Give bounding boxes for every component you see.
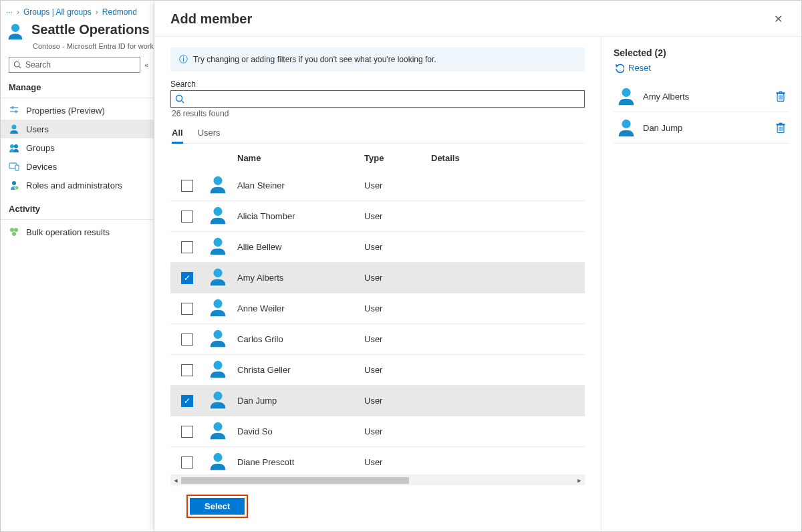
table-row[interactable]: Anne WeilerUser	[170, 293, 585, 324]
table-row[interactable]: David SoUser	[170, 416, 585, 447]
row-type: User	[364, 273, 431, 283]
sidebar-item-devices[interactable]: Devices	[1, 157, 154, 176]
column-name: Name	[237, 153, 364, 163]
breadcrumb-redmond[interactable]: Redmond	[102, 7, 137, 17]
picker-search-field[interactable]	[188, 94, 580, 104]
row-type: User	[364, 242, 431, 252]
user-avatar-icon	[616, 86, 636, 106]
table-row[interactable]: Alicia ThomberUser	[170, 201, 585, 232]
row-checkbox[interactable]	[181, 180, 193, 192]
breadcrumb-overflow[interactable]: ···	[6, 7, 13, 17]
row-name: Christa Geller	[237, 365, 364, 375]
search-label: Search	[170, 80, 585, 89]
reset-button[interactable]: Reset	[614, 62, 789, 73]
sidebar-item-label: Roles and administrators	[26, 180, 122, 190]
table-row[interactable]: Diane PrescottUser	[170, 447, 585, 475]
table-row[interactable]: ✓Dan JumpUser	[170, 386, 585, 416]
page-subtitle: Contoso - Microsoft Entra ID for workfo	[1, 42, 154, 50]
row-type: User	[364, 303, 431, 313]
sidebar-item-groups[interactable]: Groups	[1, 138, 154, 157]
user-avatar-icon	[208, 205, 228, 225]
table-body[interactable]: Alan SteinerUserAlicia ThomberUserAllie …	[170, 170, 585, 475]
row-type: User	[364, 334, 431, 344]
tabs: All Users	[170, 124, 585, 144]
divider	[1, 219, 154, 220]
collapse-sidebar-icon[interactable]: «	[144, 61, 148, 69]
select-button[interactable]: Select	[190, 498, 245, 515]
chevron-right-icon: ›	[96, 7, 98, 17]
close-button[interactable]: ✕	[771, 10, 785, 28]
horizontal-scrollbar[interactable]: ◄ ►	[170, 475, 585, 485]
svg-point-13	[15, 110, 17, 113]
tab-users[interactable]: Users	[198, 124, 221, 143]
panel-title: Add member	[170, 11, 252, 27]
user-avatar-icon	[208, 420, 228, 440]
sidebar-item-users[interactable]: Users	[1, 120, 154, 138]
row-name: Dan Jump	[237, 396, 364, 406]
sliders-icon	[9, 105, 19, 116]
reset-icon	[614, 62, 624, 73]
svg-point-14	[10, 144, 14, 148]
tab-all[interactable]: All	[172, 124, 183, 144]
user-avatar-icon	[208, 390, 228, 410]
sidebar-item-label: Devices	[26, 162, 57, 172]
panel-footer: Select	[170, 485, 585, 531]
row-checkbox[interactable]: ✓	[181, 395, 193, 407]
selected-side-panel: Selected (2) Reset Amy AlbertsDan Jump	[601, 37, 801, 531]
column-type: Type	[364, 153, 431, 163]
row-checkbox[interactable]	[181, 456, 193, 469]
row-checkbox[interactable]	[181, 334, 193, 346]
group-person-icon	[6, 22, 25, 41]
sidebar-section-activity: Activity	[1, 201, 154, 217]
row-checkbox[interactable]: ✓	[181, 272, 193, 284]
remove-selected-button[interactable]	[775, 121, 787, 134]
table-row[interactable]: Allie BellewUser	[170, 232, 585, 263]
remove-selected-button[interactable]	[775, 90, 787, 103]
sidebar-item-label: Users	[26, 124, 49, 134]
row-checkbox[interactable]	[181, 364, 193, 376]
table-header: Name Type Details	[170, 146, 585, 170]
sidebar-item-label: Groups	[26, 143, 55, 153]
svg-point-15	[14, 144, 18, 148]
table-row[interactable]: Alan SteinerUser	[170, 170, 585, 201]
reset-label: Reset	[628, 63, 651, 73]
sidebar-search-placeholder: Search	[25, 60, 51, 70]
user-avatar-icon	[208, 267, 228, 287]
select-button-highlight: Select	[186, 495, 248, 518]
picker-main: ⓘ Try changing or adding filters if you …	[154, 37, 601, 531]
row-name: Amy Alberts	[237, 273, 364, 283]
row-type: User	[364, 211, 431, 221]
picker-search-input[interactable]	[170, 90, 585, 108]
sidebar-item-roles[interactable]: Roles and administrators	[1, 176, 154, 194]
table-row[interactable]: Christa GellerUser	[170, 355, 585, 386]
info-icon: ⓘ	[179, 53, 188, 65]
add-member-panel: Add member ✕ ⓘ Try changing or adding fi…	[154, 1, 801, 531]
selected-item: Dan Jump	[614, 112, 789, 144]
svg-point-18	[12, 181, 16, 185]
row-checkbox[interactable]	[181, 241, 193, 253]
row-type: User	[364, 396, 431, 406]
sidebar-item-properties[interactable]: Properties (Preview)	[1, 101, 154, 120]
row-checkbox[interactable]	[181, 303, 193, 315]
scroll-left-arrow[interactable]: ◄	[170, 477, 181, 484]
column-details: Details	[431, 153, 581, 163]
scrollbar-thumb[interactable]	[181, 477, 409, 484]
sidebar-item-label: Bulk operation results	[26, 227, 110, 237]
table-row[interactable]: Carlos GriloUser	[170, 324, 585, 355]
check-icon: ✓	[184, 397, 190, 405]
svg-point-20	[10, 228, 14, 232]
row-checkbox[interactable]	[181, 211, 193, 223]
svg-rect-17	[15, 165, 19, 170]
admin-icon	[9, 180, 19, 190]
scroll-right-arrow[interactable]: ►	[574, 477, 585, 484]
sidebar-item-bulk-results[interactable]: Bulk operation results	[1, 223, 154, 241]
selected-item-name: Amy Alberts	[643, 92, 768, 102]
row-checkbox[interactable]	[181, 426, 193, 438]
background-page: ··· › Groups | All groups › Redmond Seat…	[1, 1, 154, 531]
chevron-right-icon: ›	[17, 7, 19, 17]
row-name: Alan Steiner	[237, 180, 364, 190]
sidebar-search-input[interactable]: Search	[9, 57, 140, 73]
table-row[interactable]: ✓Amy AlbertsUser	[170, 263, 585, 293]
sidebar-item-label: Properties (Preview)	[26, 106, 105, 116]
breadcrumb-groups[interactable]: Groups | All groups	[23, 7, 92, 17]
